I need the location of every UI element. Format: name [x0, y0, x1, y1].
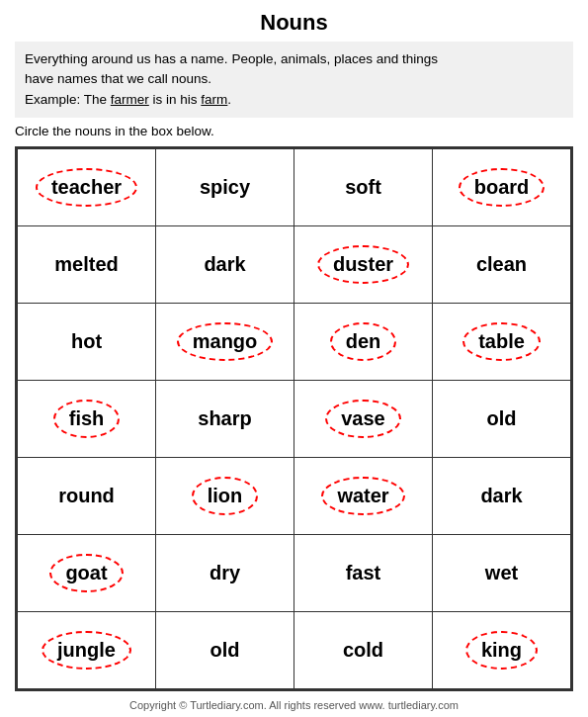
grid-cell: old — [433, 380, 571, 457]
table-row: jungleoldcoldking — [18, 611, 571, 688]
grid-word: vase — [325, 400, 401, 438]
grid-word: den — [330, 322, 397, 361]
table-row: goatdryfastwet — [18, 534, 571, 611]
instruction-text: Circle the nouns in the box below. — [15, 124, 573, 138]
table-row: roundlionwaterdark — [18, 457, 571, 534]
grid-cell: fast — [294, 534, 433, 611]
intro-line1: Everything around us has a name. People,… — [25, 51, 438, 66]
grid-cell: king — [433, 611, 571, 688]
intro-line2: have names that we call nouns. — [25, 71, 211, 86]
grid-cell: old — [156, 611, 294, 688]
grid-cell: sharp — [156, 380, 294, 457]
grid-word: old — [473, 402, 531, 436]
page: Nouns Everything around us has a name. P… — [0, 0, 588, 717]
grid-cell: soft — [294, 148, 433, 225]
grid-word: duster — [317, 245, 409, 284]
example-word1: farmer — [111, 92, 149, 107]
grid-word: hot — [57, 324, 116, 359]
grid-word: soft — [331, 170, 395, 205]
table-row: fishsharpvaseold — [18, 380, 571, 457]
grid-word: old — [197, 633, 254, 668]
grid-cell: hot — [18, 303, 156, 380]
grid-word: cold — [329, 633, 397, 668]
word-grid: teacherspicysoftboardmelteddarkdustercle… — [15, 146, 573, 691]
grid-word: jungle — [42, 631, 131, 670]
grid-cell: board — [433, 148, 571, 225]
grid-cell: cold — [294, 611, 433, 688]
grid-word: goat — [49, 554, 123, 592]
grid-cell: dark — [156, 225, 294, 303]
grid-word: king — [465, 631, 538, 670]
grid-cell: clean — [433, 225, 571, 303]
grid-word: board — [459, 168, 546, 207]
grid-cell: jungle — [18, 611, 156, 688]
grid-cell: dry — [156, 534, 294, 611]
grid-word: teacher — [36, 168, 137, 207]
grid-cell: round — [18, 457, 156, 534]
grid-cell: table — [433, 303, 571, 380]
grid-word: lion — [192, 477, 259, 515]
grid-word: spicy — [186, 170, 264, 205]
footer-text: Copyright © Turtlediary.com. All rights … — [15, 699, 573, 716]
grid-cell: den — [294, 303, 433, 380]
table-row: teacherspicysoftboard — [18, 148, 571, 225]
grid-word: clean — [462, 247, 541, 282]
grid-word: mango — [177, 322, 274, 361]
grid-word: table — [462, 322, 541, 361]
grid-cell: vase — [294, 380, 433, 457]
grid-cell: melted — [18, 225, 156, 303]
grid-cell: fish — [18, 380, 156, 457]
grid-word: fast — [332, 556, 395, 590]
intro-box: Everything around us has a name. People,… — [15, 42, 573, 118]
table-row: melteddarkdusterclean — [18, 225, 571, 303]
grid-cell: mango — [156, 303, 294, 380]
grid-word: dry — [196, 556, 254, 590]
grid-word: water — [321, 477, 404, 515]
grid-table: teacherspicysoftboardmelteddarkdustercle… — [17, 148, 571, 689]
example-word2: farm — [201, 92, 227, 107]
grid-cell: spicy — [156, 148, 294, 225]
grid-cell: teacher — [18, 148, 156, 225]
table-row: hotmangodentable — [18, 303, 571, 380]
grid-word: melted — [41, 247, 131, 282]
grid-word: dark — [190, 247, 259, 282]
grid-cell: water — [294, 457, 433, 534]
grid-cell: duster — [294, 225, 433, 303]
example-text: Example: The farmer is in his farm. — [25, 92, 231, 107]
grid-cell: wet — [433, 534, 571, 611]
grid-word: round — [44, 479, 128, 513]
grid-word: dark — [466, 479, 536, 513]
page-title: Nouns — [15, 10, 573, 36]
grid-word: wet — [471, 556, 532, 590]
grid-cell: dark — [433, 457, 571, 534]
grid-cell: lion — [156, 457, 294, 534]
grid-cell: goat — [18, 534, 156, 611]
grid-word: sharp — [184, 402, 265, 436]
grid-word: fish — [53, 400, 121, 438]
